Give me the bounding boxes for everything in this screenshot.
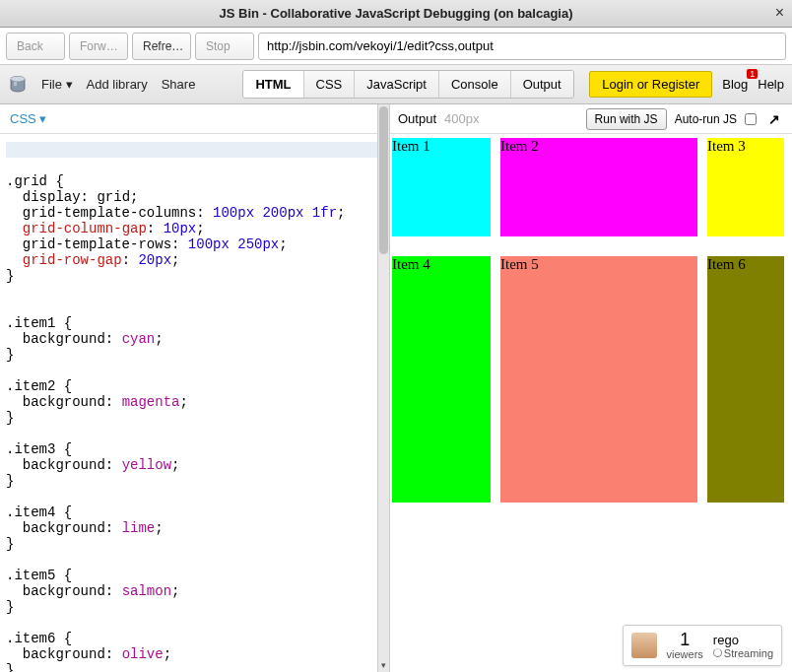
run-with-js-button[interactable]: Run with JS [586,108,667,130]
grid-item-6: Item 6 [707,256,784,503]
grid-item-1: Item 1 [392,138,491,236]
refresh-button[interactable]: Refre… [132,33,191,60]
css-editor-pane: CSS ▾ .grid { display: grid; grid-templa… [0,104,390,672]
browser-navbar: Back Forw… Refre… Stop [0,28,792,65]
share-link[interactable]: Share [162,77,196,92]
output-width-label: 400px [444,111,479,126]
avatar-icon [631,633,657,658]
tab-css[interactable]: CSS [304,71,356,98]
panel-tabs: HTML CSS JavaScript Console Output [242,70,573,99]
output-body: Item 1 Item 2 Item 3 Item 4 Item 5 Item … [390,134,792,672]
tab-html[interactable]: HTML [243,71,303,98]
jsbin-logo-icon[interactable] [8,74,28,96]
app-toolbar: File ▾ Add library Share HTML CSS JavaSc… [0,65,792,104]
stream-user: rego [713,633,739,647]
svg-rect-2 [14,82,17,86]
back-button[interactable]: Back [6,33,65,60]
url-input[interactable] [258,33,786,60]
css-editor-body[interactable]: .grid { display: grid; grid-template-col… [0,134,389,672]
rendered-grid: Item 1 Item 2 Item 3 Item 4 Item 5 Item … [392,138,784,503]
tab-javascript[interactable]: JavaScript [355,71,439,98]
help-link[interactable]: Help [758,77,784,92]
stream-status: Streaming [713,647,773,659]
file-menu[interactable]: File ▾ [41,77,73,92]
output-label: Output [398,111,436,126]
login-register-button[interactable]: Login or Register [589,71,712,98]
autorun-label: Auto-run JS [675,112,737,126]
stop-button[interactable]: Stop [195,33,254,60]
autorun-checkbox[interactable] [745,113,757,125]
window-close-icon[interactable]: × [775,4,784,22]
svg-point-1 [11,76,25,81]
window-title: JS Bin - Collaborative JavaScript Debugg… [219,6,572,21]
add-library-link[interactable]: Add library [87,77,148,92]
blog-link[interactable]: Blog1 [722,77,748,92]
tab-output[interactable]: Output [511,71,573,98]
spinner-icon [713,648,722,657]
editor-scrollbar[interactable]: ▾ [377,104,389,672]
workspace: CSS ▾ .grid { display: grid; grid-templa… [0,104,792,672]
grid-item-4: Item 4 [392,256,491,503]
grid-item-2: Item 2 [500,138,697,236]
output-pane: Output 400px Run with JS Auto-run JS ↗ I… [390,104,792,672]
tab-console[interactable]: Console [439,71,511,98]
viewer-count: 1 [680,631,690,648]
window-titlebar: JS Bin - Collaborative JavaScript Debugg… [0,0,792,28]
blog-badge: 1 [747,69,758,79]
popout-icon[interactable]: ↗ [764,111,784,127]
scrollbar-down-icon[interactable]: ▾ [380,660,387,670]
grid-item-3: Item 3 [707,138,784,236]
css-language-dropdown[interactable]: CSS ▾ [10,111,46,126]
forward-button[interactable]: Forw… [69,33,128,60]
stream-status-box[interactable]: 1 viewers rego Streaming [623,625,782,666]
grid-item-5: Item 5 [500,256,697,503]
scrollbar-thumb[interactable] [379,106,388,254]
viewer-label: viewers [667,648,703,660]
